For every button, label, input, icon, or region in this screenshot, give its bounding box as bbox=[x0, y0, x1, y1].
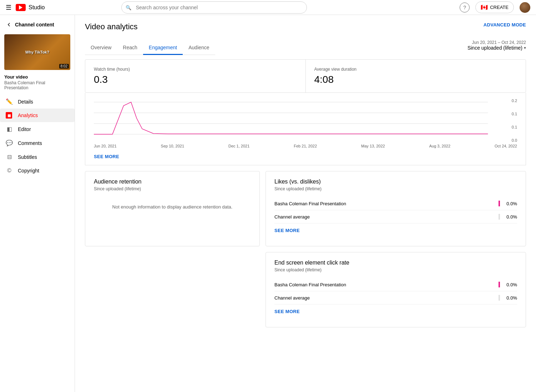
metric-avg-duration: Average view duration 4:08 bbox=[305, 60, 526, 92]
sidebar-item-label: Details bbox=[18, 99, 33, 105]
y-label: 0.1 bbox=[512, 125, 517, 129]
x-label: Jun 20, 2021 bbox=[94, 144, 117, 148]
x-label: Dec 1, 2021 bbox=[228, 144, 249, 148]
chart-area: 0.2 0.1 0.1 0.0 Jun 20, 2021 Sep 10, 202… bbox=[85, 93, 526, 165]
end-screen-subtitle: Since uploaded (lifetime) bbox=[274, 267, 517, 272]
studio-text: Studio bbox=[29, 4, 45, 11]
youtube-logo-icon bbox=[16, 4, 26, 11]
chevron-down-icon: ▾ bbox=[524, 45, 526, 50]
create-button[interactable]: 🇨🇦 CREATE bbox=[475, 1, 514, 13]
row-value: 0.0% bbox=[503, 214, 517, 220]
y-label: 0.0 bbox=[512, 138, 517, 142]
table-row: Channel average 0.0% bbox=[274, 210, 517, 223]
page-title: Video analytics bbox=[85, 22, 138, 31]
date-range-text: Jun 20, 2021 – Oct 24, 2022 bbox=[467, 40, 526, 45]
sidebar-item-label: Copyright bbox=[18, 168, 39, 174]
see-more-button[interactable]: SEE MORE bbox=[94, 151, 517, 165]
sidebar-item-label: Subtitles bbox=[18, 154, 37, 160]
row-value: 0.0% bbox=[503, 295, 517, 301]
sidebar-item-details[interactable]: ✏️ Details bbox=[0, 95, 75, 109]
x-label: May 13, 2022 bbox=[361, 144, 385, 148]
bottom-cards: Audience retention Since uploaded (lifet… bbox=[85, 171, 526, 246]
end-screen-see-more-button[interactable]: SEE MORE bbox=[274, 305, 517, 320]
card-empty-message: Not enough information to display audien… bbox=[94, 197, 251, 217]
x-label: Oct 24, 2022 bbox=[495, 144, 517, 148]
likes-card-title: Likes (vs. dislikes) bbox=[274, 179, 517, 185]
metrics-row: Watch time (hours) 0.3 Average view dura… bbox=[85, 59, 526, 93]
help-button[interactable]: ? bbox=[460, 2, 470, 12]
sidebar-item-editor[interactable]: ◧ Editor bbox=[0, 122, 75, 136]
tab-overview[interactable]: Overview bbox=[85, 41, 117, 55]
sidebar-item-label: Comments bbox=[18, 140, 42, 146]
editor-icon: ◧ bbox=[6, 126, 13, 132]
sidebar-item-comments[interactable]: 💬 Comments bbox=[0, 136, 75, 150]
channel-content-label: Channel content bbox=[15, 22, 54, 27]
analytics-icon: ▦ bbox=[6, 112, 13, 119]
x-label: Feb 21, 2022 bbox=[294, 144, 317, 148]
table-row: Basha Coleman Final Presentation 0.0% bbox=[274, 278, 517, 291]
analytics-tabs: Overview Reach Engagement Audience bbox=[85, 41, 215, 55]
advanced-mode-button[interactable]: ADVANCED MODE bbox=[484, 22, 526, 27]
metric-value: 4:08 bbox=[314, 74, 517, 85]
flag-icon: 🇨🇦 bbox=[481, 4, 488, 11]
audience-retention-card: Audience retention Since uploaded (lifet… bbox=[85, 171, 260, 246]
row-label: Channel average bbox=[274, 295, 499, 301]
watch-time-chart bbox=[94, 99, 503, 141]
main-content: Video analytics ADVANCED MODE Overview R… bbox=[75, 15, 536, 392]
bar bbox=[499, 214, 500, 220]
metric-watch-time: Watch time (hours) 0.3 bbox=[85, 60, 305, 92]
likes-see-more-button[interactable]: SEE MORE bbox=[274, 223, 517, 239]
sidebar: Channel content Why TikTok? 8:02 Your vi… bbox=[0, 15, 75, 392]
chart-x-labels: Jun 20, 2021 Sep 10, 2021 Dec 1, 2021 Fe… bbox=[94, 142, 517, 151]
metric-label: Watch time (hours) bbox=[94, 67, 297, 72]
row-label: Basha Coleman Final Presentation bbox=[274, 282, 499, 287]
page-header: Video analytics ADVANCED MODE bbox=[85, 22, 526, 31]
x-label: Aug 3, 2022 bbox=[429, 144, 450, 148]
search-input[interactable] bbox=[121, 1, 307, 14]
row-value: 0.0% bbox=[503, 201, 517, 206]
subtitles-icon: ⊟ bbox=[6, 154, 13, 160]
end-screen-card: End screen element click rate Since uplo… bbox=[266, 252, 526, 327]
bar-accent bbox=[499, 282, 500, 287]
video-thumbnail[interactable]: Why TikTok? 8:02 bbox=[4, 34, 70, 70]
your-video-label: Your video bbox=[0, 73, 75, 80]
y-label: 0.1 bbox=[512, 112, 517, 116]
thumb-text: Why TikTok? bbox=[25, 50, 49, 54]
sidebar-item-subtitles[interactable]: ⊟ Subtitles bbox=[0, 150, 75, 164]
likes-card: Likes (vs. dislikes) Since uploaded (lif… bbox=[266, 171, 526, 246]
avatar[interactable] bbox=[520, 2, 530, 13]
sidebar-nav: ✏️ Details ▦ Analytics ◧ Editor 💬 Commen… bbox=[0, 95, 75, 177]
end-screen-title: End screen element click rate bbox=[274, 260, 517, 266]
y-label: 0.2 bbox=[512, 99, 517, 103]
sidebar-item-copyright[interactable]: © Copyright bbox=[0, 164, 75, 177]
details-icon: ✏️ bbox=[6, 98, 13, 105]
search-bar bbox=[121, 1, 307, 14]
row-label: Basha Coleman Final Presentation bbox=[274, 201, 499, 206]
thumb-duration: 8:02 bbox=[59, 64, 69, 69]
tab-audience[interactable]: Audience bbox=[183, 41, 215, 55]
row-value: 0.0% bbox=[503, 282, 517, 287]
sidebar-item-label: Analytics bbox=[18, 112, 38, 118]
date-range-picker[interactable]: Jun 20, 2021 – Oct 24, 2022 Since upload… bbox=[467, 40, 526, 51]
row-label: Channel average bbox=[274, 214, 499, 220]
topnav: ☰ Studio ? 🇨🇦 CREATE bbox=[0, 0, 536, 15]
sidebar-item-label: Editor bbox=[18, 126, 31, 132]
tab-engagement[interactable]: Engagement bbox=[143, 41, 183, 55]
tab-reach[interactable]: Reach bbox=[117, 41, 143, 55]
card-title: Audience retention bbox=[94, 179, 251, 185]
comments-icon: 💬 bbox=[6, 140, 13, 146]
copyright-icon: © bbox=[6, 167, 13, 174]
your-video-name: Basha Coleman Final Presentation bbox=[0, 80, 75, 93]
sidebar-item-analytics[interactable]: ▦ Analytics bbox=[0, 109, 75, 122]
table-row: Channel average 0.0% bbox=[274, 291, 517, 305]
metric-label: Average view duration bbox=[314, 67, 517, 72]
likes-card-subtitle: Since uploaded (lifetime) bbox=[274, 186, 517, 191]
bar-accent bbox=[499, 201, 500, 206]
back-button[interactable]: Channel content bbox=[0, 18, 75, 31]
table-row: Basha Coleman Final Presentation 0.0% bbox=[274, 197, 517, 210]
x-label: Sep 10, 2021 bbox=[161, 144, 184, 148]
since-label: Since uploaded (lifetime) bbox=[467, 45, 522, 51]
yt-logo[interactable]: Studio bbox=[16, 4, 45, 11]
card-subtitle: Since uploaded (lifetime) bbox=[94, 186, 251, 191]
hamburger-icon[interactable]: ☰ bbox=[6, 4, 11, 11]
